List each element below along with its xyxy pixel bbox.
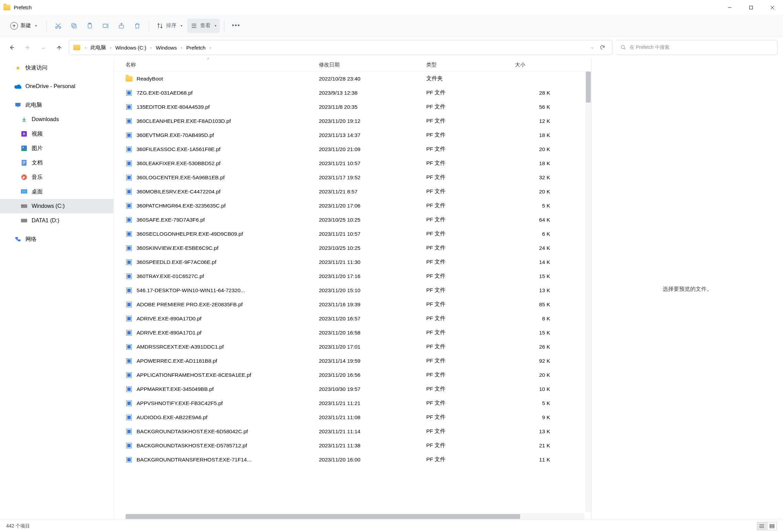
sidebar-item-this-pc[interactable]: 此电脑: [0, 98, 114, 112]
table-row[interactable]: 360SECLOGONHELPER.EXE-49D9CB09.pf2023/11…: [114, 227, 591, 241]
sort-button[interactable]: 排序 ▾: [153, 19, 186, 33]
file-size: 18 K: [512, 132, 550, 138]
table-row[interactable]: BACKGROUNDTASKHOST.EXE-D5785712.pf2023/1…: [114, 438, 591, 453]
svg-rect-26: [23, 161, 25, 161]
breadcrumb[interactable]: 此电脑: [89, 43, 107, 52]
table-row[interactable]: ADRIVE.EXE-890A17D0.pf2023/11/20 16:57PF…: [114, 311, 591, 326]
scrollbar-thumb[interactable]: [586, 72, 591, 103]
column-size[interactable]: 大小: [515, 62, 560, 68]
separator: [46, 21, 47, 31]
file-name: 360LEAKFIXER.EXE-530BBD52.pf: [137, 160, 319, 167]
sidebar-item-windows-c[interactable]: Windows (C:): [0, 199, 114, 213]
sidebar-item-network[interactable]: 网络: [0, 232, 114, 246]
table-row[interactable]: AUDIODG.EXE-AB22E9A6.pf2023/11/21 11:08P…: [114, 410, 591, 424]
table-row[interactable]: 360SAFE.EXE-79D7A3F6.pf2023/10/25 10:25P…: [114, 213, 591, 227]
table-row[interactable]: 360LEAKFIXER.EXE-530BBD52.pf2023/11/21 1…: [114, 156, 591, 170]
sidebar-item-music[interactable]: 音乐: [0, 170, 114, 184]
scrollbar-thumb[interactable]: [126, 514, 520, 519]
breadcrumb[interactable]: Windows (C:): [114, 43, 148, 52]
plus-icon: +: [10, 22, 18, 30]
refresh-icon[interactable]: [600, 45, 605, 50]
folder-icon: [73, 45, 80, 50]
close-button[interactable]: [762, 0, 783, 15]
file-name: 360CLEANHELPER.EXE-F8AD103D.pf: [137, 118, 319, 124]
recent-locations-button[interactable]: ⌵: [37, 41, 50, 54]
sidebar-item-label: Downloads: [32, 116, 59, 123]
sidebar-item-desktop[interactable]: 桌面: [0, 184, 114, 199]
vertical-scrollbar[interactable]: [585, 72, 591, 512]
new-button[interactable]: + 新建 ▾: [6, 19, 42, 33]
table-row[interactable]: 360PATCHMGR64.EXE-3235635C.pf2023/11/20 …: [114, 199, 591, 213]
table-row[interactable]: 360CLEANHELPER.EXE-F8AD103D.pf2023/11/20…: [114, 114, 591, 128]
table-row[interactable]: ReadyBoot2022/10/28 23:40文件夹: [114, 72, 591, 86]
delete-button[interactable]: [130, 19, 144, 33]
sidebar-item-data1-d[interactable]: DATA1 (D:): [0, 213, 114, 228]
table-row[interactable]: 360SKINVIEW.EXE-E5BE6C9C.pf2023/10/25 10…: [114, 241, 591, 255]
table-row[interactable]: 360MOBILESRV.EXE-C4472204.pf2023/11/21 8…: [114, 184, 591, 199]
sidebar-item-quick-access[interactable]: ★快速访问: [0, 61, 114, 75]
table-row[interactable]: BACKGROUNDTRANSFERHOST.EXE-71F14...2023/…: [114, 453, 591, 467]
share-button[interactable]: [114, 19, 129, 33]
copy-button[interactable]: [67, 19, 81, 33]
sidebar-item-downloads[interactable]: Downloads: [0, 112, 114, 127]
file-icon: [126, 89, 132, 96]
cut-button[interactable]: [51, 19, 65, 33]
svg-point-24: [22, 147, 24, 148]
file-size: 85 K: [512, 301, 550, 308]
file-type: PF 文件: [426, 216, 512, 223]
table-row[interactable]: 360SPEEDLD.EXE-9F7AC06E.pf2023/11/21 11:…: [114, 255, 591, 269]
forward-button[interactable]: [21, 41, 34, 54]
table-row[interactable]: APPMARKET.EXE-345049BB.pf2023/10/30 19:5…: [114, 382, 591, 396]
file-size: 20 K: [512, 146, 550, 152]
table-row[interactable]: 7ZG.EXE-031AED68.pf2023/9/13 12:38PF 文件2…: [114, 86, 591, 100]
file-icon: [126, 287, 132, 294]
file-type: PF 文件: [426, 371, 512, 379]
table-row[interactable]: BACKGROUNDTASKHOST.EXE-6D58042C.pf2023/1…: [114, 424, 591, 438]
file-size: 12 K: [512, 118, 550, 124]
details-view-button[interactable]: [757, 522, 766, 530]
file-date: 2023/11/20 16:58: [319, 330, 426, 336]
table-row[interactable]: 360FILEASSOC.EXE-1A561F8E.pf2023/11/20 2…: [114, 142, 591, 156]
network-icon: [14, 236, 21, 243]
breadcrumb[interactable]: Prefetch: [185, 43, 207, 52]
up-button[interactable]: [53, 41, 65, 54]
svg-rect-32: [21, 204, 27, 208]
thumbnails-view-button[interactable]: [767, 522, 777, 530]
table-row[interactable]: APOWERREC.EXE-AD1181B8.pf2023/11/14 19:5…: [114, 354, 591, 368]
chevron-down-icon[interactable]: ⌵: [591, 45, 593, 50]
svg-rect-8: [73, 24, 76, 28]
paste-button[interactable]: [83, 19, 97, 33]
file-type: PF 文件: [426, 315, 512, 322]
rename-button[interactable]: [98, 19, 113, 33]
table-row[interactable]: ADOBE PREMIERE PRO.EXE-2E0835FB.pf2023/1…: [114, 297, 591, 311]
address-bar[interactable]: › 此电脑 › Windows (C:) › Windows › Prefetc…: [69, 40, 612, 55]
breadcrumb[interactable]: Windows: [154, 43, 178, 52]
column-type[interactable]: 类型: [426, 62, 515, 68]
more-button[interactable]: •••: [228, 19, 244, 33]
sidebar-item-onedrive[interactable]: OneDrive - Personal: [0, 79, 114, 94]
column-name[interactable]: 名称: [126, 62, 319, 68]
back-button[interactable]: [6, 41, 18, 54]
sort-indicator-icon: ⌃: [207, 57, 210, 61]
maximize-button[interactable]: [740, 0, 762, 15]
list-icon: [191, 22, 197, 29]
sidebar-item-documents[interactable]: 文档: [0, 156, 114, 170]
sidebar-item-videos[interactable]: 视频: [0, 127, 114, 141]
minimize-button[interactable]: [719, 0, 740, 15]
file-icon: [126, 343, 132, 350]
file-date: 2023/11/21 11:14: [319, 428, 426, 435]
column-date[interactable]: 修改日期: [319, 62, 426, 68]
horizontal-scrollbar[interactable]: [126, 513, 584, 520]
view-button[interactable]: 查看 ▾: [187, 19, 220, 33]
table-row[interactable]: APPLICATIONFRAMEHOST.EXE-8CE9A1EE.pf2023…: [114, 368, 591, 382]
search-input[interactable]: 在 Prefetch 中搜索: [616, 40, 777, 55]
table-row[interactable]: 360LOGCENTER.EXE-5A96B1EB.pf2023/11/17 1…: [114, 170, 591, 184]
table-row[interactable]: 360TRAY.EXE-01C6527C.pf2023/11/20 17:16P…: [114, 269, 591, 283]
table-row[interactable]: AMDRSSRCEXT.EXE-A391DDC1.pf2023/11/20 17…: [114, 340, 591, 354]
sidebar-item-pictures[interactable]: 图片: [0, 141, 114, 156]
table-row[interactable]: 360EVTMGR.EXE-70AB495D.pf2023/11/13 14:3…: [114, 128, 591, 142]
table-row[interactable]: 135EDITOR.EXE-804A4539.pf2023/11/8 20:35…: [114, 100, 591, 114]
table-row[interactable]: APPVSHNOTIFY.EXE-FB3C42F5.pf2023/11/21 1…: [114, 396, 591, 410]
table-row[interactable]: ADRIVE.EXE-890A17D1.pf2023/11/20 16:58PF…: [114, 326, 591, 340]
table-row[interactable]: 546.17-DESKTOP-WIN10-WIN11-64-72320...20…: [114, 283, 591, 297]
